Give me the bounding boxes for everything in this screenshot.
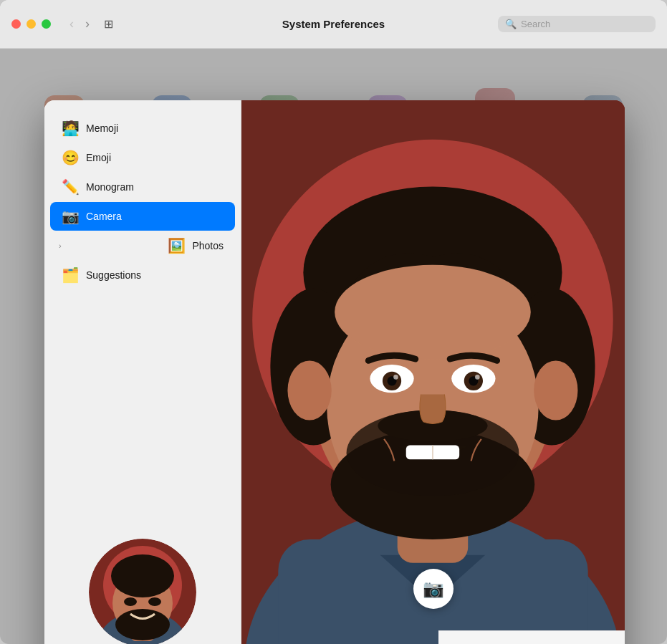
close-button[interactable] [11,19,21,29]
sidebar-preview [44,527,241,644]
sidebar-item-monogram[interactable]: ✏️ Monogram [50,173,235,201]
camera-icon: 📷 [62,208,79,225]
monogram-icon: ✏️ [62,178,79,196]
shutter-camera-icon: 📷 [423,579,444,599]
svg-point-30 [475,375,480,380]
sidebar-item-camera[interactable]: 📷 Camera [50,202,235,231]
suggestions-icon: 🗂️ [62,266,79,284]
sidebar-item-photos[interactable]: › 🖼️ Photos [50,231,235,260]
memoji-icon: 🧑‍💻 [62,120,79,137]
window-controls [11,19,51,29]
chevron-right-icon: › [59,241,62,250]
sidebar: 🧑‍💻 Memoji 😊 Emoji ✏️ Monogram 📷 Camera [44,100,241,644]
sidebar-item-label: Camera [86,211,122,222]
svg-point-33 [287,360,331,420]
bottom-action-bar: Cancel Save [438,630,625,644]
svg-point-34 [534,360,577,420]
search-input[interactable] [521,19,648,29]
forward-button[interactable]: › [81,15,94,33]
main-window: ‹ › ⊞ System Preferences 🔍 [0,0,667,644]
svg-point-8 [148,597,161,606]
nav-arrows: ‹ › [65,15,94,33]
sidebar-item-label: Monogram [86,181,134,193]
title-bar: ‹ › ⊞ System Preferences 🔍 [0,0,667,49]
emoji-icon: 😊 [62,149,79,166]
grid-view-button[interactable]: ⊞ [100,16,117,32]
svg-point-6 [115,609,170,640]
avatar-preview [89,539,196,644]
svg-point-7 [124,597,137,606]
photos-icon: 🖼️ [168,237,185,254]
shutter-button[interactable]: 📷 [413,569,454,609]
back-button[interactable]: ‹ [65,15,78,33]
sidebar-item-memoji[interactable]: 🧑‍💻 Memoji [50,114,235,143]
maximize-button[interactable] [42,19,51,29]
window-title: System Preferences [282,18,385,30]
search-box: 🔍 [498,16,656,32]
avatar-picker-modal: 🧑‍💻 Memoji 😊 Emoji ✏️ Monogram 📷 Camera [44,100,625,644]
content-area: ilying Ge ations [0,49,667,644]
minimize-button[interactable] [27,19,36,29]
sidebar-item-emoji[interactable]: 😊 Emoji [50,143,235,172]
svg-point-5 [111,554,174,597]
svg-point-19 [335,265,531,359]
camera-view: 📷 Cancel Save [241,100,625,644]
sidebar-item-label: Memoji [86,122,118,134]
sidebar-item-label: Suggestions [86,269,141,281]
sidebar-item-label: Photos [192,240,224,251]
search-icon: 🔍 [505,19,517,29]
sidebar-item-suggestions[interactable]: 🗂️ Suggestions [50,261,235,289]
sidebar-item-label: Emoji [86,152,111,163]
sidebar-menu: 🧑‍💻 Memoji 😊 Emoji ✏️ Monogram 📷 Camera [44,107,241,527]
svg-point-29 [393,375,398,380]
person-photo [241,100,625,644]
